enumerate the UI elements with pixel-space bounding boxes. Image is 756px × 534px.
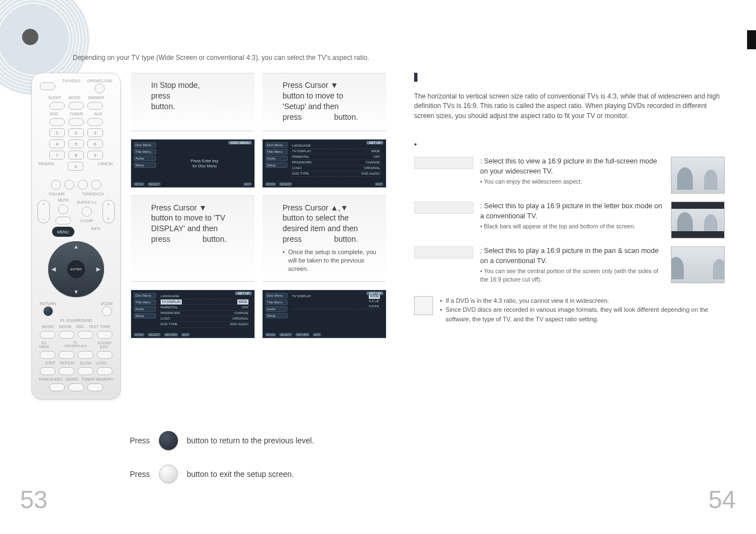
tuning-rocker[interactable]: ∧∨	[102, 200, 115, 223]
osd1-tab-1: Title Menu	[134, 149, 156, 154]
enter-button[interactable]: ENTER	[67, 260, 85, 278]
osd-screen-3: SET UP Disc Menu Title Menu Audio Setup …	[131, 290, 255, 338]
dash-button[interactable]	[55, 217, 71, 224]
dpad[interactable]: ▲ ▼ ◀ ▶ ENTER	[48, 241, 104, 297]
dpad-up-icon: ▲	[73, 243, 79, 250]
sdhd-button[interactable]	[68, 383, 84, 391]
super51-label: SUPER 5.1	[77, 200, 97, 204]
page-spread: TV/VIDEO OPEN/CLOSE SLEEP MODE DIMMER DV…	[31, 73, 725, 400]
return-button-large[interactable]	[159, 431, 178, 450]
osd1-tab-2: Audio	[134, 156, 156, 161]
exit-button-large[interactable]	[159, 465, 178, 484]
osd1-center-b: for Disc Menu	[192, 164, 217, 168]
right-page: The horizontal to vertical screen size r…	[408, 73, 725, 400]
plii-button[interactable]	[78, 351, 93, 359]
num-3[interactable]: 3	[87, 128, 103, 137]
osd3-foot-0: MOVE	[134, 333, 144, 336]
sleep-button[interactable]	[49, 102, 65, 110]
footer-actions: Press button to return to the previous l…	[130, 431, 314, 484]
step-1: In Stop mode, press button.	[131, 73, 255, 132]
step-4-l4: press	[283, 235, 302, 243]
step-3-l5: button.	[203, 235, 227, 243]
testtone-label: TEST TONE	[88, 325, 110, 329]
zoom-button[interactable]	[102, 306, 112, 316]
dpad-right-icon: ▶	[91, 266, 101, 272]
num-8[interactable]: 8	[68, 151, 84, 160]
soundedit-button[interactable]	[97, 351, 112, 359]
dimmer-button[interactable]	[87, 102, 103, 110]
info-label: INFO	[91, 227, 101, 237]
osd4-foot-3: EXIT	[313, 333, 321, 336]
step-button[interactable]	[40, 367, 55, 375]
step-4-note: Once the setup is complete, you will be …	[283, 248, 378, 273]
aux-button[interactable]	[87, 118, 103, 126]
next-button[interactable]	[91, 180, 101, 190]
slow-label: SLOW	[79, 361, 91, 365]
super51-button[interactable]	[82, 207, 92, 217]
footer-return-text: button to return to the previous level.	[187, 436, 314, 445]
osd4-foot-0: MOVE	[265, 333, 276, 336]
dimmer-label: DIMMER	[88, 96, 104, 100]
step-3-l3: DISPLAY' and then	[151, 224, 218, 233]
num-6[interactable]: 6	[87, 139, 103, 148]
prev-button[interactable]	[51, 180, 61, 190]
num-1[interactable]: 1	[49, 128, 65, 137]
testtone-button[interactable]	[97, 331, 112, 339]
open-close-button[interactable]	[95, 83, 105, 93]
step-2: Press Cursor ▼ button to move to 'Setup'…	[262, 73, 386, 132]
ezview-button[interactable]	[40, 351, 55, 359]
num-4[interactable]: 4	[49, 139, 65, 148]
movie-button[interactable]	[59, 331, 74, 339]
osd3-foot-3: EXIT	[181, 333, 190, 336]
menu-button[interactable]: MENU	[52, 227, 74, 237]
dpad-left-icon: ◀	[51, 266, 56, 272]
logo-button[interactable]	[97, 367, 112, 375]
osd1-tab-0: Disc Menu	[134, 142, 156, 148]
note-box: If a DVD is in the 4:3 ratio, you cannot…	[414, 296, 725, 324]
asc-button[interactable]	[78, 331, 93, 339]
option-panscan-sub: • You can see the central portion of the…	[480, 267, 664, 283]
mode-button[interactable]	[68, 102, 84, 110]
blank-button-1[interactable]	[59, 351, 74, 359]
page-number-right: 54	[708, 486, 736, 514]
volume-rocker[interactable]: +–	[37, 200, 50, 223]
num-5[interactable]: 5	[68, 139, 84, 148]
music-label: MUSIC	[42, 325, 55, 329]
num-0[interactable]: 0	[68, 162, 83, 171]
thumb-wide	[671, 157, 725, 194]
step-label: STEP	[45, 361, 55, 365]
dvd-button[interactable]	[49, 118, 65, 126]
osd3-body: LANGUAGE TV DISPLAYWIDE PARENTALOFF PASS…	[157, 293, 252, 335]
osd3-title: SET UP	[235, 292, 252, 295]
repeat-button[interactable]	[59, 367, 74, 375]
osd3-foot-1: SELECT	[148, 333, 161, 336]
num-7[interactable]: 7	[49, 151, 65, 160]
power-button[interactable]	[40, 82, 55, 90]
osd2-tab-0: Disc Menu	[265, 142, 288, 148]
option-wide-text: : Select this to view a 16:9 picture in …	[480, 157, 657, 175]
stop-button[interactable]	[64, 180, 74, 190]
asc-label: ASC	[76, 325, 84, 329]
slow-button[interactable]	[78, 367, 93, 375]
osd1-foot-1: SELECT	[148, 182, 161, 186]
num-2[interactable]: 2	[68, 128, 84, 137]
option-wide-label	[414, 157, 473, 169]
music-button[interactable]	[40, 331, 55, 339]
play-pause-button[interactable]	[78, 180, 88, 190]
osd1-title: DISC MENU	[228, 141, 252, 144]
page-number-left: 53	[20, 486, 48, 514]
dpad-down-icon: ▼	[73, 289, 79, 295]
mode-label: MODE	[69, 96, 81, 100]
plii-label: PL II/SURROUND	[60, 318, 92, 322]
return-button[interactable]	[43, 306, 53, 316]
volume-label: VOLUME	[49, 192, 65, 196]
option-panscan: : Select this to play a 16:9 picture in …	[414, 246, 725, 283]
return-label: RETURN	[40, 302, 56, 306]
tunermemory-button[interactable]	[87, 383, 103, 391]
num-9[interactable]: 9	[87, 151, 103, 160]
remain-label: REMAIN	[39, 162, 54, 171]
tuner-button[interactable]	[68, 118, 84, 126]
hdmiaudio-button[interactable]	[49, 383, 65, 391]
mute-button[interactable]	[58, 204, 68, 214]
step-1-l3: button.	[151, 102, 175, 111]
